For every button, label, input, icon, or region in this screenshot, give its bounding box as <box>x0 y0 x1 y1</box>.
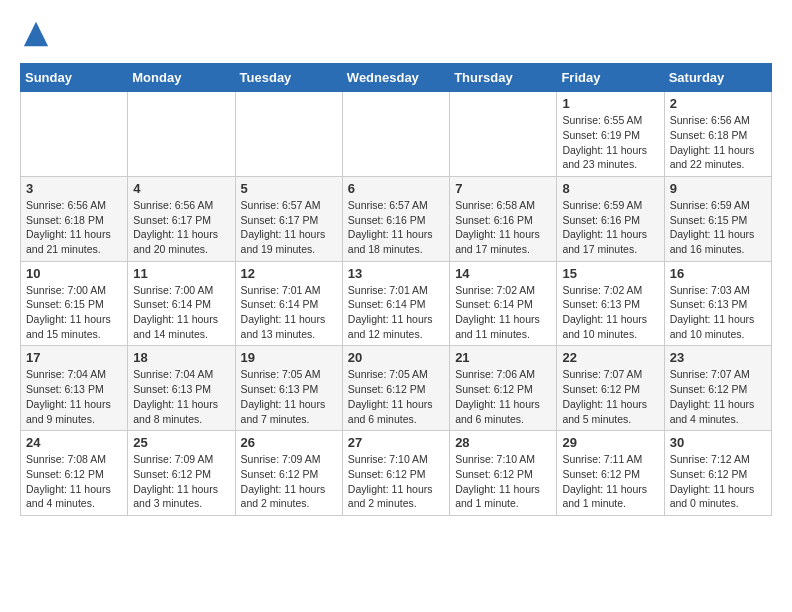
calendar-week-row: 24Sunrise: 7:08 AM Sunset: 6:12 PM Dayli… <box>21 431 772 516</box>
calendar-cell <box>450 92 557 177</box>
day-number: 13 <box>348 266 444 281</box>
calendar-cell <box>128 92 235 177</box>
day-of-week-header: Wednesday <box>342 64 449 92</box>
logo <box>20 20 50 53</box>
calendar-cell: 27Sunrise: 7:10 AM Sunset: 6:12 PM Dayli… <box>342 431 449 516</box>
day-number: 20 <box>348 350 444 365</box>
calendar-cell: 11Sunrise: 7:00 AM Sunset: 6:14 PM Dayli… <box>128 261 235 346</box>
calendar-cell: 14Sunrise: 7:02 AM Sunset: 6:14 PM Dayli… <box>450 261 557 346</box>
calendar-cell: 16Sunrise: 7:03 AM Sunset: 6:13 PM Dayli… <box>664 261 771 346</box>
day-info: Sunrise: 7:07 AM Sunset: 6:12 PM Dayligh… <box>670 367 766 426</box>
calendar-cell: 1Sunrise: 6:55 AM Sunset: 6:19 PM Daylig… <box>557 92 664 177</box>
day-number: 10 <box>26 266 122 281</box>
calendar-cell <box>342 92 449 177</box>
calendar-week-row: 1Sunrise: 6:55 AM Sunset: 6:19 PM Daylig… <box>21 92 772 177</box>
svg-marker-0 <box>24 22 48 46</box>
day-info: Sunrise: 7:02 AM Sunset: 6:13 PM Dayligh… <box>562 283 658 342</box>
calendar-cell: 10Sunrise: 7:00 AM Sunset: 6:15 PM Dayli… <box>21 261 128 346</box>
day-number: 15 <box>562 266 658 281</box>
day-info: Sunrise: 7:11 AM Sunset: 6:12 PM Dayligh… <box>562 452 658 511</box>
day-info: Sunrise: 7:06 AM Sunset: 6:12 PM Dayligh… <box>455 367 551 426</box>
day-number: 2 <box>670 96 766 111</box>
day-number: 27 <box>348 435 444 450</box>
day-info: Sunrise: 6:56 AM Sunset: 6:18 PM Dayligh… <box>26 198 122 257</box>
day-number: 7 <box>455 181 551 196</box>
day-info: Sunrise: 7:00 AM Sunset: 6:14 PM Dayligh… <box>133 283 229 342</box>
calendar-cell: 9Sunrise: 6:59 AM Sunset: 6:15 PM Daylig… <box>664 176 771 261</box>
day-info: Sunrise: 7:09 AM Sunset: 6:12 PM Dayligh… <box>133 452 229 511</box>
day-number: 24 <box>26 435 122 450</box>
calendar-cell: 3Sunrise: 6:56 AM Sunset: 6:18 PM Daylig… <box>21 176 128 261</box>
calendar-cell: 18Sunrise: 7:04 AM Sunset: 6:13 PM Dayli… <box>128 346 235 431</box>
calendar-cell: 15Sunrise: 7:02 AM Sunset: 6:13 PM Dayli… <box>557 261 664 346</box>
day-info: Sunrise: 7:04 AM Sunset: 6:13 PM Dayligh… <box>26 367 122 426</box>
calendar-cell: 5Sunrise: 6:57 AM Sunset: 6:17 PM Daylig… <box>235 176 342 261</box>
day-info: Sunrise: 6:56 AM Sunset: 6:18 PM Dayligh… <box>670 113 766 172</box>
calendar-cell: 2Sunrise: 6:56 AM Sunset: 6:18 PM Daylig… <box>664 92 771 177</box>
day-number: 26 <box>241 435 337 450</box>
day-info: Sunrise: 7:05 AM Sunset: 6:13 PM Dayligh… <box>241 367 337 426</box>
calendar-table: SundayMondayTuesdayWednesdayThursdayFrid… <box>20 63 772 516</box>
page-header <box>20 20 772 53</box>
day-of-week-header: Saturday <box>664 64 771 92</box>
day-info: Sunrise: 6:58 AM Sunset: 6:16 PM Dayligh… <box>455 198 551 257</box>
day-number: 23 <box>670 350 766 365</box>
day-info: Sunrise: 7:08 AM Sunset: 6:12 PM Dayligh… <box>26 452 122 511</box>
day-number: 21 <box>455 350 551 365</box>
day-number: 11 <box>133 266 229 281</box>
day-info: Sunrise: 7:12 AM Sunset: 6:12 PM Dayligh… <box>670 452 766 511</box>
day-info: Sunrise: 6:59 AM Sunset: 6:15 PM Dayligh… <box>670 198 766 257</box>
day-info: Sunrise: 7:03 AM Sunset: 6:13 PM Dayligh… <box>670 283 766 342</box>
day-info: Sunrise: 6:56 AM Sunset: 6:17 PM Dayligh… <box>133 198 229 257</box>
day-info: Sunrise: 6:55 AM Sunset: 6:19 PM Dayligh… <box>562 113 658 172</box>
day-of-week-header: Tuesday <box>235 64 342 92</box>
day-number: 1 <box>562 96 658 111</box>
calendar-cell: 12Sunrise: 7:01 AM Sunset: 6:14 PM Dayli… <box>235 261 342 346</box>
day-number: 28 <box>455 435 551 450</box>
day-info: Sunrise: 7:05 AM Sunset: 6:12 PM Dayligh… <box>348 367 444 426</box>
day-info: Sunrise: 7:10 AM Sunset: 6:12 PM Dayligh… <box>348 452 444 511</box>
day-number: 4 <box>133 181 229 196</box>
calendar-week-row: 10Sunrise: 7:00 AM Sunset: 6:15 PM Dayli… <box>21 261 772 346</box>
day-info: Sunrise: 7:01 AM Sunset: 6:14 PM Dayligh… <box>241 283 337 342</box>
day-info: Sunrise: 7:02 AM Sunset: 6:14 PM Dayligh… <box>455 283 551 342</box>
day-info: Sunrise: 7:04 AM Sunset: 6:13 PM Dayligh… <box>133 367 229 426</box>
day-number: 18 <box>133 350 229 365</box>
calendar-cell: 4Sunrise: 6:56 AM Sunset: 6:17 PM Daylig… <box>128 176 235 261</box>
day-of-week-header: Sunday <box>21 64 128 92</box>
day-number: 9 <box>670 181 766 196</box>
calendar-cell: 13Sunrise: 7:01 AM Sunset: 6:14 PM Dayli… <box>342 261 449 346</box>
calendar-cell: 30Sunrise: 7:12 AM Sunset: 6:12 PM Dayli… <box>664 431 771 516</box>
calendar-cell: 19Sunrise: 7:05 AM Sunset: 6:13 PM Dayli… <box>235 346 342 431</box>
calendar-cell: 17Sunrise: 7:04 AM Sunset: 6:13 PM Dayli… <box>21 346 128 431</box>
day-of-week-header: Monday <box>128 64 235 92</box>
day-number: 29 <box>562 435 658 450</box>
calendar-cell: 26Sunrise: 7:09 AM Sunset: 6:12 PM Dayli… <box>235 431 342 516</box>
calendar-cell: 28Sunrise: 7:10 AM Sunset: 6:12 PM Dayli… <box>450 431 557 516</box>
calendar-cell <box>21 92 128 177</box>
calendar-cell: 6Sunrise: 6:57 AM Sunset: 6:16 PM Daylig… <box>342 176 449 261</box>
calendar-cell: 24Sunrise: 7:08 AM Sunset: 6:12 PM Dayli… <box>21 431 128 516</box>
day-info: Sunrise: 7:10 AM Sunset: 6:12 PM Dayligh… <box>455 452 551 511</box>
calendar-week-row: 17Sunrise: 7:04 AM Sunset: 6:13 PM Dayli… <box>21 346 772 431</box>
day-number: 8 <box>562 181 658 196</box>
calendar-cell: 25Sunrise: 7:09 AM Sunset: 6:12 PM Dayli… <box>128 431 235 516</box>
day-number: 16 <box>670 266 766 281</box>
day-info: Sunrise: 7:07 AM Sunset: 6:12 PM Dayligh… <box>562 367 658 426</box>
calendar-week-row: 3Sunrise: 6:56 AM Sunset: 6:18 PM Daylig… <box>21 176 772 261</box>
days-header-row: SundayMondayTuesdayWednesdayThursdayFrid… <box>21 64 772 92</box>
day-number: 12 <box>241 266 337 281</box>
day-info: Sunrise: 7:09 AM Sunset: 6:12 PM Dayligh… <box>241 452 337 511</box>
day-info: Sunrise: 7:00 AM Sunset: 6:15 PM Dayligh… <box>26 283 122 342</box>
day-number: 6 <box>348 181 444 196</box>
calendar-cell: 21Sunrise: 7:06 AM Sunset: 6:12 PM Dayli… <box>450 346 557 431</box>
calendar-body: 1Sunrise: 6:55 AM Sunset: 6:19 PM Daylig… <box>21 92 772 516</box>
day-of-week-header: Friday <box>557 64 664 92</box>
calendar-cell: 8Sunrise: 6:59 AM Sunset: 6:16 PM Daylig… <box>557 176 664 261</box>
calendar-cell: 22Sunrise: 7:07 AM Sunset: 6:12 PM Dayli… <box>557 346 664 431</box>
day-of-week-header: Thursday <box>450 64 557 92</box>
day-info: Sunrise: 6:57 AM Sunset: 6:16 PM Dayligh… <box>348 198 444 257</box>
day-info: Sunrise: 6:57 AM Sunset: 6:17 PM Dayligh… <box>241 198 337 257</box>
calendar-cell: 20Sunrise: 7:05 AM Sunset: 6:12 PM Dayli… <box>342 346 449 431</box>
day-number: 30 <box>670 435 766 450</box>
